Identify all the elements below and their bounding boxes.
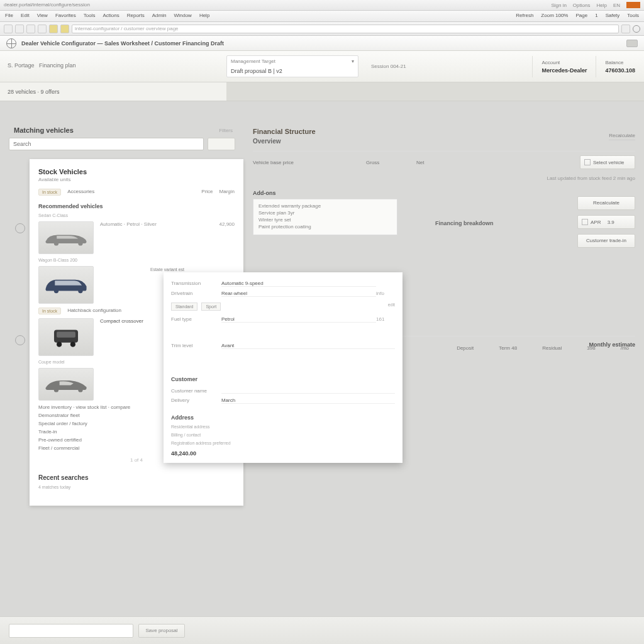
vehicle-thumb-crossover	[38, 318, 94, 356]
detail-header-row: Vehicle base price Gross Net Select vehi…	[253, 151, 635, 173]
nav-history-icon[interactable]	[60, 25, 69, 33]
ctx-session: Session 004-21	[358, 64, 532, 69]
filter-button[interactable]	[208, 138, 235, 150]
action-recalc[interactable]: Recalculate	[577, 196, 635, 210]
pop-addr3[interactable]: Registration address preferred	[171, 441, 395, 445]
pop-e-edit[interactable]: edit	[388, 303, 395, 311]
nav-stop-icon[interactable]	[26, 25, 35, 33]
subnav-text: 28 vehicles · 9 offers	[8, 89, 59, 95]
detail-recalc-link[interactable]: Recalculate	[609, 133, 635, 140]
veh1-name: Sedan C-Class	[38, 213, 235, 218]
veh2-name: Wagon B-Class 200	[38, 258, 235, 262]
spec-popover: TransmissionAutomatic 9-speed Drivetrain…	[164, 272, 402, 463]
nav-back-icon[interactable]	[4, 25, 13, 33]
action-discount[interactable]: APR 3.9	[577, 215, 635, 229]
select-vehicle-button[interactable]: Select vehicle	[580, 155, 635, 169]
pop-v-1[interactable]: Rear-wheel	[221, 291, 376, 297]
menu-help[interactable]: Help	[199, 13, 209, 19]
menu-reports[interactable]: Reports	[127, 13, 145, 19]
menu-refresh[interactable]: Refresh	[516, 13, 533, 19]
addon-1[interactable]: Service plan 3yr	[258, 210, 392, 216]
pop-tab-standard[interactable]: Standard	[171, 303, 197, 311]
menu-tools[interactable]: Tools	[84, 13, 96, 19]
app-header: Dealer Vehicle Configurator — Sales Work…	[0, 36, 644, 51]
stock-cat[interactable]: Accessories	[67, 189, 94, 196]
browser-url-hint: dealer.portal/internal/configure/session	[4, 2, 90, 8]
menu-safety[interactable]: Safety	[606, 13, 620, 19]
ctx-account-label: Account	[541, 60, 587, 65]
menu-zoom[interactable]: Zoom 100%	[541, 13, 568, 19]
pop-tab-sport[interactable]: Sport	[201, 303, 221, 311]
recent-searches-item[interactable]: 4 matches today	[38, 485, 235, 489]
addon-0[interactable]: Extended warranty package	[258, 203, 392, 209]
stock-card-title: Stock Vehicles	[38, 168, 235, 175]
total-term: Term 48	[499, 345, 517, 351]
total-header: Monthly estimate	[589, 341, 635, 348]
pop-v-0[interactable]: Automatic 9-speed	[221, 280, 376, 287]
financing-breakdown-label: Financing breakdown	[435, 220, 494, 226]
bottom-bar: Save proposal	[0, 616, 644, 644]
globe-icon	[633, 25, 640, 33]
left-panel-filter-link[interactable]: Filters	[219, 128, 233, 133]
chrome-link-signin[interactable]: Sign in	[551, 3, 566, 8]
menu-actions[interactable]: Actions	[103, 13, 119, 19]
ctx-balance-value: 476030.108	[605, 67, 635, 74]
detail-addons-header: Add-ons	[253, 190, 635, 196]
brand-color-chip	[626, 2, 640, 8]
stock-metric-hdr: Margin	[219, 189, 235, 196]
menu-admin[interactable]: Admin	[152, 13, 167, 19]
stock-card-sub: Available units	[38, 177, 235, 182]
pop-cust-v[interactable]	[221, 388, 395, 394]
ctx-card[interactable]: Management Target▾ Draft proposal B | v2	[226, 55, 358, 77]
addon-2[interactable]: Winter tyre set	[258, 217, 392, 223]
chrome-link-options[interactable]: Options	[573, 3, 591, 8]
menu-view[interactable]: View	[37, 13, 48, 19]
chrome-link-lang[interactable]: EN	[613, 3, 620, 8]
header-action-chip[interactable]	[626, 40, 638, 47]
pop-addr2[interactable]: Billing / contact	[171, 433, 395, 437]
pop-e-3: 161	[376, 316, 395, 323]
menu-window[interactable]: Window	[174, 13, 191, 19]
nav-fav-icon[interactable]	[49, 25, 58, 33]
save-proposal-button[interactable]: Save proposal	[138, 624, 185, 638]
menu-tools2[interactable]: Tools	[627, 13, 639, 19]
menu-favorites[interactable]: Favorites	[55, 13, 76, 19]
ctx-balance-label: Balance	[605, 60, 635, 65]
addon-3[interactable]: Paint protection coating	[258, 224, 392, 230]
pop-v-3[interactable]: Petrol	[221, 316, 376, 323]
menu-edit[interactable]: Edit	[21, 13, 30, 19]
search-input[interactable]	[9, 138, 204, 150]
veh2-caption: Estate variant est	[100, 267, 235, 272]
total-residual: Residual	[542, 345, 562, 351]
detail-col2: Gross	[366, 160, 404, 165]
pop-trim-v[interactable]: Avant	[221, 343, 395, 349]
action-tradein[interactable]: Customer trade-in	[577, 234, 635, 248]
nav-home-icon[interactable]	[38, 25, 47, 33]
chevron-down-icon: ▾	[352, 58, 354, 64]
detail-col1: Vehicle base price	[253, 160, 353, 165]
chrome-link-help[interactable]: Help	[596, 3, 606, 8]
sidebar-jump-icon-2[interactable]	[15, 335, 25, 345]
nav-go-icon[interactable]	[621, 25, 630, 33]
browser-titlebar: dealer.portal/internal/configure/session…	[0, 0, 644, 11]
ctx-account-value: Mercedes-Dealer	[541, 67, 587, 74]
pop-e-0	[376, 280, 395, 287]
address-bar[interactable]: internal-configurator / customer overvie…	[72, 25, 619, 33]
menu-file[interactable]: File	[5, 13, 13, 19]
pop-e-1[interactable]: info	[376, 291, 395, 297]
ctx-card-value: Draft proposal B | v2	[231, 68, 354, 74]
pop-del-k: Delivery	[171, 397, 221, 404]
subnav-strip: 28 vehicles · 9 offers	[0, 82, 644, 101]
stock-chip[interactable]: In stock	[38, 189, 61, 196]
sidebar-jump-icon-1[interactable]	[15, 223, 25, 233]
left-panel-title: Matching vehicles	[14, 126, 74, 134]
pop-del-v[interactable]: March	[221, 397, 395, 404]
bottom-input[interactable]	[9, 624, 133, 638]
stock-sect-recommended: Recommended vehicles	[38, 203, 235, 209]
pop-addr1[interactable]: Residential address	[171, 425, 395, 429]
ctx-crumb-plan[interactable]: Financing plan	[39, 62, 76, 69]
menu-page[interactable]: Page	[575, 13, 587, 19]
nav-fwd-icon[interactable]	[15, 25, 24, 33]
ctx-crumb-cust[interactable]: S. Portage	[8, 62, 35, 69]
vehicle-row-1[interactable]: Automatic · Petrol · Silver42,900	[38, 221, 235, 254]
